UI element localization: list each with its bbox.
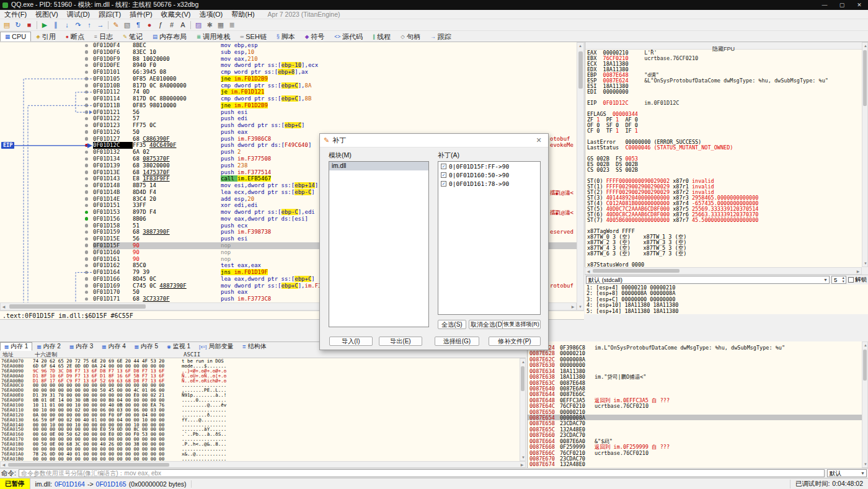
registers-horizontal-scrollbar[interactable]: ◀ ▶	[585, 267, 862, 275]
register-line[interactable]: OF 0 SF 0 DF 0	[585, 122, 862, 128]
dump-row[interactable]: 76EA00B0D1 8F 17 6F C9 F7 13 6F 52 69 63…	[0, 378, 520, 383]
step-into-icon[interactable]: ↓	[61, 20, 73, 30]
patches-icon[interactable]: ▧	[122, 20, 133, 30]
tab-日志[interactable]: ≡日志	[89, 32, 118, 42]
dump-vertical-scrollbar[interactable]: ▲ ▼	[520, 358, 526, 461]
stack-row[interactable]: 0087E65823CDAC70	[528, 420, 862, 426]
register-line[interactable]: ST(6) 40D0C8C2AAAB6CD8F000 x87r6 25663.3…	[585, 211, 862, 217]
dump-row[interactable]: 76EA019000 00 00 00 00 00 00 00 00 00 00…	[0, 446, 520, 451]
scrollbar-thumb[interactable]	[8, 463, 169, 467]
calculator-icon[interactable]: ▦	[215, 20, 226, 30]
scrollbar-thumb[interactable]	[578, 51, 583, 89]
font-icon[interactable]: A	[177, 20, 188, 30]
patch-item[interactable]: ✓0|0F01D15F:FF->90	[438, 162, 540, 170]
register-line[interactable]: CS 0023 SS 002B	[585, 167, 862, 172]
register-line[interactable]: EDI 00000000	[585, 89, 862, 94]
settings-icon[interactable]: ✱	[204, 20, 215, 30]
pause-icon[interactable]: ∥	[50, 20, 61, 30]
argument-count-spinner[interactable]: 5▲▼	[831, 276, 846, 284]
stack-row[interactable]: 0087E65000000210	[528, 409, 862, 415]
menu-item[interactable]: 跟踪(T)	[94, 10, 125, 19]
tab-内存布局[interactable]: ▤内存布局	[148, 32, 192, 42]
command-input[interactable]	[19, 469, 825, 477]
register-line[interactable]: ZF 1 PF 1 AF 0	[585, 117, 862, 122]
dump-row[interactable]: 76EA00806D 6F 64 65 2E 0D 0D 0A 24 00 00…	[0, 363, 520, 368]
scrollbar-thumb[interactable]	[593, 269, 680, 273]
function-icon[interactable]: ƒ	[155, 20, 166, 30]
stack-row[interactable]: 0087E67023CDAC70	[528, 456, 862, 461]
disasm-row[interactable]: 0F01D0FE8940 F0mov dword ptr ss:[ebp-10]…	[0, 62, 577, 69]
patch-dialog-titlebar[interactable]: ✎ 补丁 ✕	[320, 134, 548, 148]
modules-list[interactable]: im.dll	[329, 161, 429, 327]
tab-笔记[interactable]: ✎笔记	[118, 32, 148, 42]
dump-row[interactable]: 76EA017000 00 00 00 00 00 00 00 00 00 00…	[0, 436, 520, 441]
scrollbar-thumb[interactable]	[863, 350, 867, 381]
stack-vertical-scrollbar[interactable]: ▲ ▼	[862, 341, 868, 468]
memory-map-icon[interactable]: ≣	[226, 20, 237, 30]
menu-item[interactable]: 选项(O)	[195, 10, 227, 19]
register-line[interactable]: ST(3) 40144892040000000000 x87r3 2958465…	[585, 195, 862, 200]
stack-row[interactable]: 0087E6540000008A	[528, 415, 862, 420]
register-line[interactable]: x87TW_6 3 (空) x87TW_7 3 (空)	[585, 250, 862, 256]
dump-row[interactable]: 76EA011000 10 00 00 00 02 00 00 06 00 03…	[0, 407, 520, 412]
close-button[interactable]: ✕	[851, 0, 868, 10]
dump-row[interactable]: 76EA010010 11 01 00 00 10 00 00 00 40 0B…	[0, 402, 520, 407]
register-line[interactable]	[585, 133, 862, 139]
disasm-row[interactable]: 0F01D0F9B8 10020000mov eax,210	[0, 56, 577, 63]
tab-断点[interactable]: ●断点	[61, 32, 89, 42]
scrollbar-thumb[interactable]	[9, 304, 146, 309]
argument-line[interactable]: 2: [esp+8] 0000008A 0000008A	[585, 290, 868, 296]
menu-item[interactable]: 收藏夹(V)	[157, 10, 195, 19]
argument-line[interactable]: 1: [esp+4] 00000210 00000210	[585, 284, 868, 290]
dump-row[interactable]: 76EA00909C 96 7D 3C D8 F7 13 6F D8 F7 13…	[0, 368, 520, 373]
disasm-row[interactable]: 0F01D1050F85 AE010000jne im.F01D2B9	[0, 76, 577, 82]
dump-tab-内存 5[interactable]: ▦内存 5	[130, 342, 162, 351]
restore-selection-button[interactable]: 恢复选择项(R)	[502, 320, 541, 329]
register-line[interactable]: x87StatusWord 0000	[585, 262, 862, 267]
register-line[interactable]: GS 002B FS 0053	[585, 156, 862, 161]
register-line[interactable]: x87TW_4 3 (空) x87TW_5 3 (空)	[585, 245, 862, 250]
calling-convention-select[interactable]: 默认 (stdcall)▼	[586, 276, 830, 284]
stack-row[interactable]: 0087E6240F3986C8im.L"OnSysProtobufDataCo…	[528, 345, 862, 350]
select-group-button[interactable]: 选择组(G)	[435, 337, 479, 346]
register-line[interactable]	[585, 172, 862, 178]
dump-row[interactable]: 76EA01200A 00 00 00 00 00 00 00 00 F0 0F…	[0, 412, 520, 417]
register-line[interactable]: ESP 0087E624 &L"OnSysProtobufDataCome dw…	[585, 77, 862, 83]
dump-tab-内存 3[interactable]: ▦内存 3	[65, 342, 97, 351]
argument-line[interactable]: 4: [esp+10] 18A11380 18A11380	[585, 302, 868, 307]
register-line[interactable]: LastError 00000000 (ERROR_SUCCESS)	[585, 139, 862, 144]
dump-tab-结构体[interactable]: ≣结构体	[237, 342, 270, 351]
register-line[interactable]: ST(2) FFFF0029002900290029 x87r2 invalid	[585, 189, 862, 195]
stack-row[interactable]: 0087E63000000000	[528, 362, 862, 368]
register-line[interactable]: ST(1) FFFF0029002900290029 x87r1 invalid	[585, 183, 862, 189]
dump-row[interactable]: 76EA00D000 00 00 00 00 00 00 00 50 45 00…	[0, 387, 520, 392]
stack-row[interactable]: 0087E65C132A48E0	[528, 426, 862, 432]
step-over-icon[interactable]: ↷	[73, 20, 84, 30]
register-line[interactable]: EDX 18A11380	[585, 66, 862, 72]
import-button[interactable]: 导入(I)	[329, 337, 373, 346]
menu-item[interactable]: 调试(D)	[63, 10, 94, 19]
tab-符号[interactable]: ◆符号	[300, 32, 330, 42]
dump-row[interactable]: 76EA007074 20 62 65 20 72 75 6E 20 69 6E…	[0, 358, 520, 363]
restart-icon[interactable]: ↻	[12, 20, 24, 30]
stack-row[interactable]: 0087E62800000210	[528, 350, 862, 356]
register-line[interactable]: EIP 0F01D12C im.0F01D12C	[585, 100, 862, 105]
register-line[interactable]: ST(7) 4005B600000000000000 x87r7 45.5000…	[585, 217, 862, 222]
disasm-row[interactable]: 0F01D0F683EC 10sub esp,10	[0, 49, 577, 56]
disasm-row[interactable]: 0F01D10B817D 0C 8A000000cmp dword ptr ss…	[0, 82, 577, 89]
minimize-button[interactable]: —	[816, 0, 833, 10]
scrollbar-thumb[interactable]	[863, 50, 867, 106]
disasm-row[interactable]: 0F01D11B0F85 98010000jne im.F01D2B9	[0, 102, 577, 109]
dump-row[interactable]: 76EA016000 60 0E 00 50 62 00 00 00 E0 0D…	[0, 431, 520, 436]
dump-row[interactable]: 76EA01B000 00 00 00 00 00 00 00 00 00 00…	[0, 456, 520, 461]
stack-row[interactable]: 0087E63818A11380im."贷司|鹏O捕遢<"	[528, 374, 862, 379]
dump-tab-局部变量[interactable]: [x=]局部变量	[195, 342, 237, 351]
tab-跟踪[interactable]: →跟踪	[425, 32, 456, 42]
label-icon[interactable]: #	[166, 20, 177, 30]
stack-row[interactable]: 0087E6480EFFC3A5返回到 im.0EFFC3A5 自 ???	[528, 397, 862, 403]
highlight-icon[interactable]: ▨	[193, 20, 204, 30]
patch-item[interactable]: ✓0|0F01D160:50->90	[438, 170, 540, 179]
maximize-button[interactable]: ▢	[833, 0, 851, 10]
register-line[interactable]	[585, 150, 862, 156]
disasm-row[interactable]: 0F01D0F48BECmov ebp,esp	[0, 42, 577, 49]
